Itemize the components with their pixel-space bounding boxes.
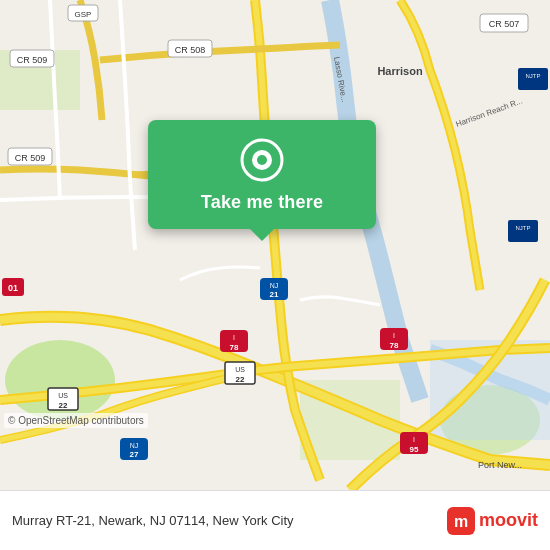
address-text: Murray RT-21, Newark, NJ 07114, New York… [12,513,294,528]
bottom-bar: Murray RT-21, Newark, NJ 07114, New York… [0,490,550,550]
svg-text:95: 95 [410,445,419,454]
svg-text:Harrison: Harrison [377,65,423,77]
svg-text:78: 78 [390,341,399,350]
svg-text:NJ: NJ [270,282,279,289]
svg-text:21: 21 [270,290,279,299]
map-attribution: © OpenStreetMap contributors [4,413,148,428]
svg-text:m: m [454,513,468,530]
svg-text:Port New...: Port New... [478,460,522,470]
moovit-logo: m moovit [447,507,538,535]
moovit-logo-text: moovit [479,510,538,531]
svg-text:CR 507: CR 507 [489,19,520,29]
popup-card: Take me there [148,120,376,229]
svg-text:NJ: NJ [130,442,139,449]
location-pin-icon [240,138,284,182]
svg-text:CR 508: CR 508 [175,45,206,55]
svg-point-51 [257,155,267,165]
svg-rect-40 [508,220,538,242]
svg-text:CR 509: CR 509 [15,153,46,163]
svg-text:NJTP: NJTP [526,73,541,79]
svg-text:I: I [233,334,235,341]
svg-text:22: 22 [59,401,68,410]
svg-text:US: US [235,366,245,373]
svg-text:US: US [58,392,68,399]
svg-text:GSP: GSP [75,10,92,19]
svg-text:I: I [413,436,415,443]
moovit-logo-icon: m [447,507,475,535]
take-me-there-button[interactable]: Take me there [201,192,323,213]
svg-text:22: 22 [236,375,245,384]
svg-text:NJTP: NJTP [516,225,531,231]
svg-rect-38 [518,68,548,90]
map-container: CR 507 GSP CR 509 CR 508 CR 509 CR 60 Ha… [0,0,550,490]
svg-text:27: 27 [130,450,139,459]
svg-text:I: I [393,332,395,339]
svg-text:01: 01 [8,283,18,293]
svg-text:78: 78 [230,343,239,352]
svg-text:CR 509: CR 509 [17,55,48,65]
